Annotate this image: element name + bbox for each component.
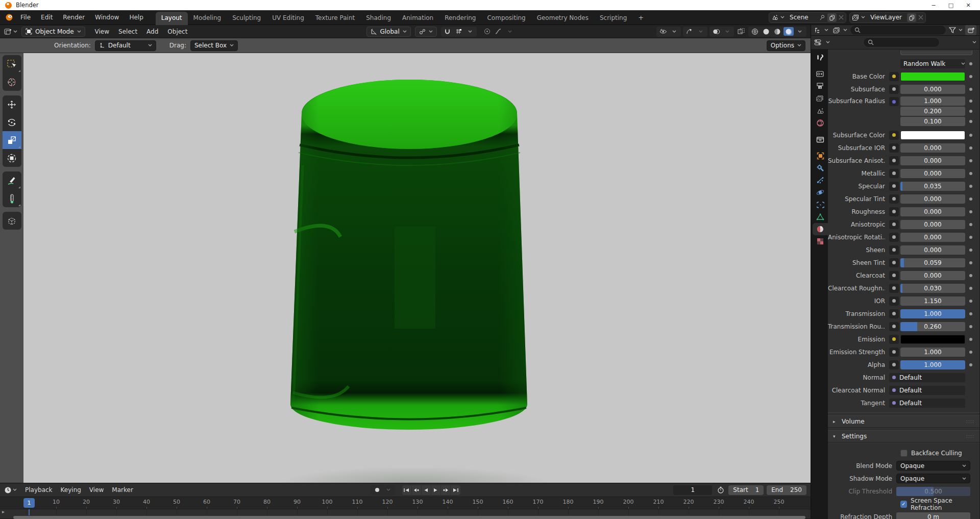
value-slider[interactable]: 1.000 <box>900 309 965 318</box>
decorator-dot[interactable] <box>969 62 972 65</box>
properties-search-input[interactable] <box>863 37 940 47</box>
jump-to-end-button[interactable] <box>451 485 460 495</box>
snap-controls[interactable] <box>441 27 477 37</box>
screen-space-refraction-checkbox[interactable]: ✓ <box>900 501 907 508</box>
shadow-mode-dropdown[interactable]: Opaque <box>896 474 970 483</box>
decorator-dot[interactable] <box>969 223 972 226</box>
orientation-default-dropdown[interactable]: Default <box>95 40 156 51</box>
viewport-menu-add[interactable]: Add <box>142 27 163 37</box>
properties-tab-modifiers[interactable] <box>813 162 828 174</box>
current-frame-indicator[interactable]: 1 <box>23 498 35 508</box>
viewport-menu-select[interactable]: Select <box>114 27 142 37</box>
properties-tab-render[interactable] <box>813 68 828 80</box>
properties-tab-object[interactable] <box>813 150 828 162</box>
socket-button[interactable] <box>889 143 899 153</box>
socket-button[interactable] <box>889 233 899 242</box>
decorator-dot[interactable] <box>969 172 972 175</box>
current-frame-field[interactable]: 1 <box>673 485 712 495</box>
tab-compositing[interactable]: Compositing <box>481 12 531 25</box>
value-slider[interactable]: 0.000 <box>900 245 965 255</box>
tool-rotate-button[interactable] <box>3 113 21 131</box>
properties-tab-object-data[interactable] <box>813 211 828 223</box>
value-slider[interactable]: 0.000 <box>900 194 965 204</box>
rendered-mug-object[interactable] <box>287 73 531 451</box>
color-swatch[interactable] <box>900 335 965 344</box>
value-slider[interactable]: 0.260 <box>900 322 965 331</box>
visibility-dropdown[interactable] <box>656 27 681 37</box>
add-workspace-button[interactable]: + <box>632 11 649 25</box>
overlays-dropdown[interactable] <box>709 27 734 37</box>
viewport-menu-object[interactable]: Object <box>163 27 192 37</box>
link-field[interactable]: Default <box>889 399 965 408</box>
tool-move-button[interactable] <box>3 95 21 113</box>
decorator-dot[interactable] <box>969 134 972 137</box>
socket-button[interactable] <box>889 348 899 357</box>
socket-button[interactable] <box>889 220 899 229</box>
blend-mode-dropdown[interactable]: Opaque <box>896 461 970 471</box>
tab-sculpting[interactable]: Sculpting <box>227 12 266 25</box>
decorator-dot[interactable] <box>969 159 972 162</box>
value-slider[interactable]: 0.059 <box>900 258 965 267</box>
tab-rendering[interactable]: Rendering <box>439 12 481 25</box>
properties-tab-output[interactable] <box>813 80 828 92</box>
value-slider[interactable]: 0.000 <box>900 169 965 178</box>
value-field[interactable]: 1.000 <box>900 96 965 106</box>
editor-type-outliner-icon[interactable] <box>814 27 822 34</box>
unlink-scene-icon[interactable] <box>839 15 844 20</box>
maximize-button[interactable]: □ <box>942 0 960 10</box>
tool-scale-button[interactable] <box>3 131 21 149</box>
value-slider[interactable]: 1.000 <box>900 360 965 369</box>
properties-tab-material[interactable] <box>813 223 828 235</box>
socket-button[interactable] <box>889 322 899 331</box>
next-keyframe-button[interactable] <box>441 485 451 495</box>
socket-button[interactable] <box>889 271 899 280</box>
timeline-ruler[interactable]: 1 10203040506070809010011012013014015016… <box>0 497 811 509</box>
shading-solid-button[interactable] <box>761 27 771 36</box>
close-button[interactable]: ✕ <box>960 0 977 10</box>
decorator-dot[interactable] <box>969 197 972 201</box>
decorator-dot[interactable] <box>969 261 972 264</box>
pivot-point-dropdown[interactable] <box>415 27 437 37</box>
menu-file[interactable]: File <box>15 12 36 23</box>
pin-icon[interactable] <box>819 14 825 20</box>
tool-transform-button[interactable] <box>3 149 21 167</box>
timeline-menu-keying[interactable]: Keying <box>57 485 85 495</box>
socket-button[interactable] <box>889 335 899 344</box>
editor-type-properties-icon[interactable] <box>814 39 822 45</box>
play-button[interactable] <box>431 485 441 495</box>
socket-button[interactable] <box>889 97 899 106</box>
socket-button[interactable] <box>889 156 899 165</box>
link-field[interactable]: Default <box>889 373 965 382</box>
socket-button[interactable] <box>889 284 899 293</box>
new-collection-button[interactable] <box>965 25 976 35</box>
properties-options-chevron-icon[interactable] <box>972 41 976 44</box>
snap-increment-icon[interactable] <box>454 27 464 36</box>
value-slider[interactable]: 0.000 <box>900 85 965 94</box>
magnet-icon[interactable] <box>443 27 453 36</box>
timeline-menu-playback[interactable]: Playback <box>21 485 57 495</box>
shading-rendered-button[interactable] <box>783 27 794 36</box>
socket-button[interactable] <box>889 182 899 191</box>
decorator-dot[interactable] <box>969 325 972 328</box>
socket-button[interactable] <box>889 169 899 178</box>
socket-button[interactable] <box>889 207 899 216</box>
decorator-dot[interactable] <box>969 287 972 290</box>
properties-tab-tool[interactable] <box>813 52 828 64</box>
value-slider[interactable]: 0.000 <box>900 156 965 165</box>
decorator-dot[interactable] <box>969 249 972 252</box>
expand-channels-icon[interactable]: ▸ <box>2 509 5 514</box>
socket-button[interactable] <box>889 85 899 94</box>
decorator-dot[interactable] <box>969 300 972 303</box>
socket-button[interactable] <box>889 296 899 306</box>
properties-tab-collection[interactable] <box>813 133 828 145</box>
subsurface-method-dropdown[interactable]: Random Walk <box>900 59 965 68</box>
transform-orientation-dropdown[interactable]: Global <box>366 27 410 37</box>
editor-type-3d-viewport-icon[interactable] <box>4 28 12 35</box>
volume-panel-header[interactable]: ▸Volume:::: <box>828 415 979 428</box>
decorator-dot[interactable] <box>969 110 972 113</box>
menu-help[interactable]: Help <box>124 12 148 23</box>
xray-toggle-icon[interactable] <box>736 28 746 35</box>
properties-tab-texture[interactable] <box>813 235 828 248</box>
tab-animation[interactable]: Animation <box>397 12 439 25</box>
outliner-display-mode-icon[interactable] <box>833 27 841 34</box>
